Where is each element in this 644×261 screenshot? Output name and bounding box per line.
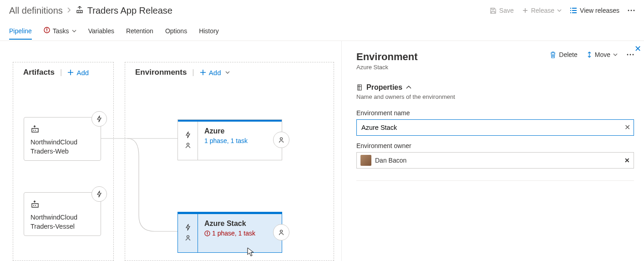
view-releases-button[interactable]: View releases <box>570 7 619 14</box>
lightning-icon <box>96 115 102 123</box>
tab-pipeline[interactable]: Pipeline <box>9 23 32 39</box>
tab-history[interactable]: History <box>199 23 219 39</box>
add-environment-button[interactable]: Add <box>200 69 230 77</box>
plus-icon <box>67 69 74 76</box>
properties-description: Name and owners of the environment <box>356 93 634 100</box>
move-icon <box>587 51 592 58</box>
svg-point-12 <box>633 54 634 56</box>
svg-point-11 <box>630 54 631 56</box>
chevron-down-icon <box>225 70 230 75</box>
post-deployment-conditions[interactable] <box>273 224 289 241</box>
trigger-badge[interactable] <box>91 111 107 127</box>
delete-environment-button[interactable]: Delete <box>550 51 577 58</box>
save-icon <box>490 7 497 14</box>
pre-deployment-conditions[interactable] <box>178 212 198 252</box>
ellipsis-icon <box>627 54 634 56</box>
chevron-down-icon <box>613 52 618 57</box>
release-definition-icon <box>76 5 84 16</box>
trash-icon <box>550 51 556 58</box>
svg-point-6 <box>280 138 283 140</box>
svg-point-0 <box>628 10 629 11</box>
person-icon <box>278 137 284 143</box>
error-icon <box>44 27 50 35</box>
post-deployment-conditions[interactable] <box>273 132 289 148</box>
environment-name: Azure Stack <box>204 220 277 228</box>
release-button[interactable]: Release <box>522 7 562 14</box>
svg-point-7 <box>187 235 189 238</box>
more-menu-button[interactable] <box>628 10 635 11</box>
properties-section-toggle[interactable]: Properties <box>356 83 634 92</box>
tab-variables[interactable]: Variables <box>88 23 114 39</box>
divider <box>356 180 634 181</box>
svg-point-2 <box>634 10 635 11</box>
person-icon <box>185 235 191 241</box>
env-owner-label: Environment owner <box>356 142 634 149</box>
remove-owner-button[interactable]: ✕ <box>624 157 630 164</box>
chevron-down-icon <box>557 8 562 13</box>
artifacts-heading: Artifacts <box>23 68 55 77</box>
add-artifact-button[interactable]: Add <box>67 69 89 77</box>
artifact-card[interactable]: NorthwindCloud Traders-Vessel <box>24 192 101 236</box>
environment-tasks-link[interactable]: 1 phase, 1 task <box>204 230 277 237</box>
save-button[interactable]: Save <box>490 7 514 14</box>
environment-owner-field[interactable]: Dan Bacon ✕ <box>356 152 634 169</box>
trigger-badge[interactable] <box>91 186 107 202</box>
breadcrumb-root[interactable]: All definitions <box>9 5 63 16</box>
chevron-up-icon <box>406 85 411 90</box>
svg-point-1 <box>631 10 632 11</box>
build-icon <box>30 200 94 210</box>
svg-point-5 <box>187 143 189 145</box>
lightning-icon <box>96 190 102 198</box>
build-icon <box>30 125 94 134</box>
page-title: Traders App Release <box>87 5 172 16</box>
tab-tasks[interactable]: Tasks <box>44 22 76 39</box>
move-environment-button[interactable]: Move <box>587 51 618 58</box>
person-icon <box>185 142 191 148</box>
svg-point-9 <box>280 230 283 232</box>
properties-panel: ✕ Environment Azure Stack Delete Move Pr… <box>341 41 644 261</box>
panel-more-button[interactable] <box>627 54 634 56</box>
owner-name: Dan Bacon <box>375 157 406 164</box>
environment-card-azure-stack[interactable]: Azure Stack 1 phase, 1 task <box>177 212 282 253</box>
close-panel-button[interactable]: ✕ <box>634 44 641 54</box>
environment-name: Azure <box>204 127 277 135</box>
plus-icon <box>200 69 206 76</box>
env-name-label: Environment name <box>356 109 634 117</box>
lightning-icon <box>185 224 191 231</box>
chevron-down-icon <box>72 29 76 33</box>
person-icon <box>278 229 284 235</box>
lightning-icon <box>185 131 191 138</box>
environment-tasks-link[interactable]: 1 phase, 1 task <box>204 137 277 144</box>
tab-retention[interactable]: Retention <box>126 23 153 39</box>
avatar <box>360 155 371 166</box>
artifact-name: NorthwindCloud Traders-Vessel <box>30 213 94 231</box>
list-icon <box>570 7 577 14</box>
environment-name-input[interactable] <box>356 119 634 136</box>
environments-heading: Environments <box>135 68 187 77</box>
panel-subtitle: Azure Stack <box>356 64 634 71</box>
svg-point-10 <box>627 54 629 56</box>
chevron-right-icon <box>67 7 71 14</box>
breadcrumb: All definitions Traders App Release <box>9 5 172 16</box>
artifact-card[interactable]: NorthwindCloud Traders-Web <box>24 117 101 161</box>
clear-input-button[interactable]: ✕ <box>624 123 630 132</box>
tab-bar: Pipeline Tasks Variables Retention Optio… <box>0 21 644 41</box>
artifact-name: NorthwindCloud Traders-Web <box>30 138 94 156</box>
pre-deployment-conditions[interactable] <box>178 120 198 160</box>
error-icon <box>204 230 210 236</box>
properties-icon <box>356 84 363 91</box>
ellipsis-icon <box>628 10 635 11</box>
environment-card-azure[interactable]: Azure 1 phase, 1 task <box>177 119 282 160</box>
tab-options[interactable]: Options <box>165 23 187 39</box>
plus-icon <box>522 7 528 14</box>
